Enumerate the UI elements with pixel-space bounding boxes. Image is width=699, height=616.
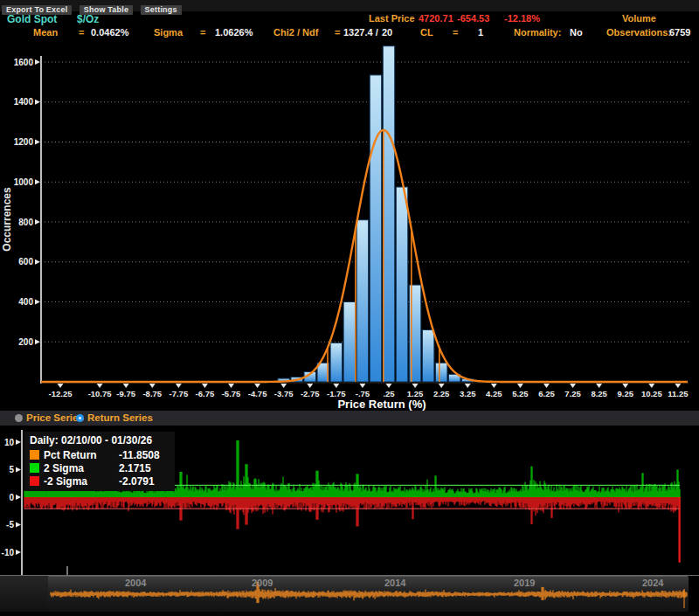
y-tick-label: 5 [9, 465, 14, 474]
y-axis-title: Occurrences [1, 187, 13, 252]
navigator-left-cap [0, 576, 49, 613]
y-tick-label: 0 [9, 493, 14, 502]
x-tick-label: 7.25 [564, 389, 581, 398]
x-tick-marker [307, 384, 313, 388]
cl-label: CL [420, 27, 433, 38]
x-tick-marker [176, 384, 182, 388]
x-tick-label: -5.75 [222, 389, 241, 398]
legend-value: -11.8508 [119, 449, 160, 461]
y-tick-label: 600 [18, 257, 33, 266]
y-tick-marker [35, 140, 40, 145]
legend-label: -2 Sigma [44, 475, 119, 488]
price-change-pct: -12.18% [504, 13, 540, 24]
histogram-bar [383, 46, 395, 382]
y-tick-marker [16, 550, 21, 555]
y-tick-marker [35, 219, 40, 225]
x-tick-label: -6.75 [196, 389, 215, 398]
tab-price-series[interactable]: Price Series [26, 412, 84, 423]
y-tick-label: 1000 [14, 177, 34, 187]
histogram-chart: 2004006008001000120014001600-12.25-10.75… [0, 40, 699, 411]
bottom-gap [0, 612, 699, 616]
x-tick-marker [491, 384, 497, 388]
x-tick-marker [675, 384, 681, 388]
normality-label: Normality: [514, 27, 561, 38]
x-tick-label: 2.25 [433, 389, 450, 398]
histogram-bar [343, 302, 356, 383]
x-tick-marker [648, 384, 654, 388]
price-change: -654.53 [457, 13, 489, 24]
x-tick-label: 8.25 [591, 389, 607, 398]
nav-year-2024: 2024 [642, 578, 663, 588]
pct-return-swatch [30, 450, 39, 460]
x-axis-title: Price Return (%) [337, 398, 426, 411]
ndf-value: 20 [382, 27, 392, 38]
chi2-value: 1327.4 / [343, 27, 378, 38]
y-tick-marker [35, 179, 40, 184]
legend-value: 2.1715 [119, 462, 151, 474]
security-name: Gold Spot [7, 13, 57, 25]
chart-legend: Daily: 02/10/00 - 01/30/26 Pct Return -1… [24, 432, 175, 491]
x-tick-label: -10.75 [88, 389, 113, 398]
y-tick-marker [16, 467, 21, 473]
histogram-bar [396, 187, 408, 382]
sigma-value: 1.0626% [215, 27, 253, 38]
histogram-bar [370, 75, 382, 382]
bloomberg-histogram-window: Export To Excel Show Table Settings Gold… [0, 0, 699, 616]
last-price-value: 4720.71 [419, 13, 453, 24]
legend-date-range: Daily: 02/10/00 - 01/30/26 [30, 434, 170, 446]
legend-item-2sigma: 2 Sigma 2.1715 [30, 461, 170, 474]
x-tick-label: 9.25 [617, 389, 633, 398]
x-tick-marker [543, 384, 550, 388]
y-tick-label: 1400 [14, 97, 34, 107]
y-tick-marker [35, 260, 40, 265]
cl-eq: = [453, 27, 458, 38]
x-tick-label: -9.75 [116, 389, 135, 398]
x-tick-marker [570, 384, 576, 388]
x-tick-marker [517, 384, 523, 388]
y-tick-marker [35, 339, 40, 344]
mean-value: 0.0462% [91, 27, 128, 38]
x-tick-label: 3.25 [460, 389, 476, 398]
timeline-navigator[interactable]: 2004 2009 2014 2019 2024 [48, 576, 689, 612]
tab-return-series[interactable]: Return Series [87, 412, 153, 423]
x-tick-label: -2.75 [301, 389, 320, 398]
return-series-radio[interactable] [76, 414, 84, 422]
histogram-bar [435, 363, 447, 382]
y-tick-marker [16, 495, 21, 500]
neg-two-sigma-swatch [30, 476, 39, 486]
x-tick-marker [412, 384, 419, 388]
x-tick-label: -12.25 [49, 389, 73, 398]
x-tick-label: -4.75 [248, 389, 267, 398]
histogram-bar [356, 220, 369, 382]
sigma-eq: = [200, 27, 205, 38]
y-tick-marker [35, 59, 40, 65]
x-tick-label: -8.75 [142, 389, 162, 398]
mean-label: Mean [33, 27, 58, 38]
stats-row: Mean = 0.0462% Sigma = 1.0626% Chi2 / Nd… [0, 26, 699, 40]
legend-label: 2 Sigma [44, 462, 119, 474]
x-tick-marker [465, 384, 471, 388]
x-tick-label: 11.25 [668, 389, 689, 398]
neg-two-sigma-series [24, 497, 680, 563]
price-series-radio[interactable] [15, 414, 23, 422]
x-tick-marker [97, 384, 103, 388]
nav-year-2009: 2009 [252, 578, 273, 588]
x-tick-label: -7.75 [170, 389, 189, 398]
y-tick-label: -10 [2, 548, 15, 557]
x-tick-label: 10.25 [641, 389, 662, 398]
x-tick-marker [254, 384, 260, 388]
histogram-bar [330, 343, 343, 382]
y-tick-marker [16, 440, 21, 445]
x-tick-marker [439, 384, 445, 388]
sigma-label: Sigma [154, 27, 183, 38]
x-tick-marker [596, 384, 602, 388]
volume-label: Volume [622, 13, 656, 24]
nav-year-2014: 2014 [384, 578, 405, 588]
legend-item-pct-return: Pct Return -11.8508 [30, 448, 170, 461]
y-tick-label: 1600 [14, 58, 34, 67]
x-tick-marker [58, 384, 64, 388]
y-tick-label: 1200 [14, 137, 34, 147]
chi2-eq: = [335, 27, 340, 38]
x-tick-marker [228, 384, 234, 388]
y-tick-marker [35, 300, 40, 305]
